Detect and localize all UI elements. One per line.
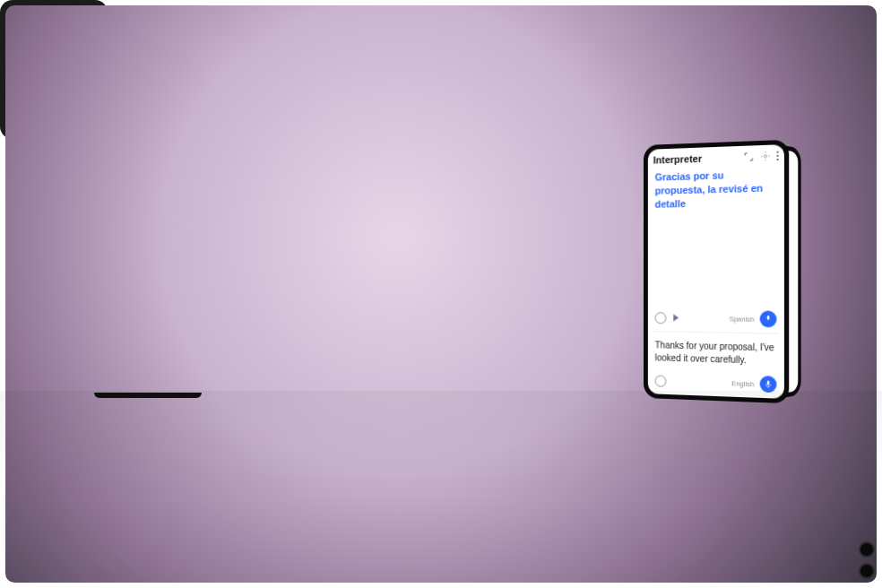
more-icon[interactable]: [777, 151, 779, 160]
target-lang[interactable]: English: [731, 379, 754, 388]
fold-device: Interpreter Gracias por su propuesta, la…: [644, 140, 789, 404]
svg-rect-26: [767, 381, 770, 385]
translated-text: Gracias por su propuesta, la revisé en d…: [655, 167, 777, 211]
flip-camera-cluster: [859, 541, 875, 579]
settings-icon[interactable]: [760, 151, 772, 162]
brightness-icon[interactable]: [655, 375, 667, 386]
svg-rect-25: [767, 316, 770, 320]
source-lang[interactable]: Spanish: [730, 315, 755, 324]
svg-point-24: [764, 155, 766, 158]
brightness-icon[interactable]: [655, 312, 667, 324]
play-icon[interactable]: [673, 314, 679, 321]
fullscreen-icon[interactable]: [743, 151, 754, 163]
original-text: Thanks for your proposal, I've looked it…: [648, 332, 784, 375]
mic-icon[interactable]: [760, 311, 777, 328]
interpreter-title: Interpreter: [653, 153, 703, 166]
mic-icon[interactable]: [760, 376, 777, 393]
flip-base: [94, 393, 202, 398]
flip-phone-device: [0, 0, 108, 139]
